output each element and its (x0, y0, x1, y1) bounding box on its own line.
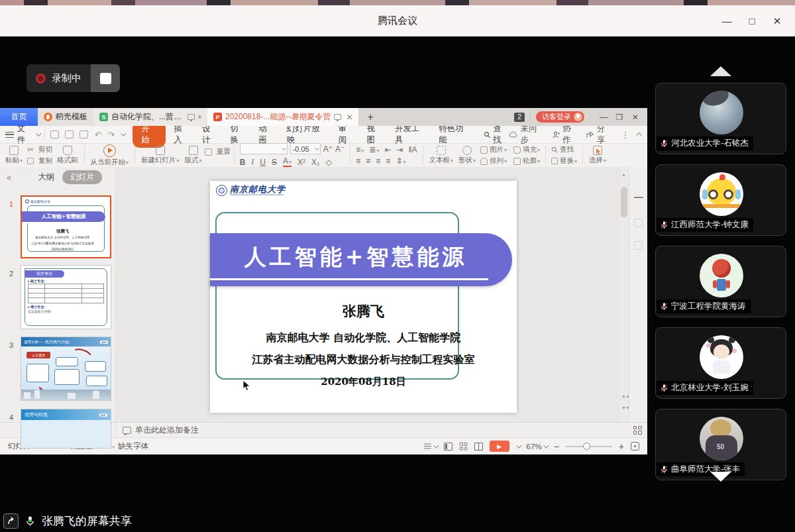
replace-button[interactable]: 替换 (551, 156, 577, 166)
reset-button[interactable]: 重置 (205, 147, 231, 156)
wps-close-icon[interactable]: ✕ (627, 113, 643, 122)
line-spacing-icon[interactable]: ⇕ (396, 156, 405, 166)
strikethrough-icon[interactable]: S (272, 158, 277, 167)
clear-format-icon[interactable]: ◇ (326, 158, 332, 167)
textbox-button[interactable]: 文本框 (427, 146, 456, 165)
tab-home[interactable]: 首页 (0, 108, 38, 126)
participant-tile[interactable]: 河北农业大学-石铭杰 (655, 83, 786, 154)
tab-close-icon[interactable]: ✕ (344, 113, 352, 122)
zoom-slider[interactable] (566, 446, 612, 447)
shapes-button[interactable]: 形状 (456, 146, 478, 165)
chevron-down-icon[interactable] (121, 131, 126, 136)
scroll-up-icon[interactable]: ▲ (621, 172, 626, 177)
notes-toggle-icon[interactable] (423, 443, 437, 449)
participant-tile[interactable]: 宁波工程学院黄海涛 (655, 246, 786, 317)
slide-thumbnail-1[interactable]: 南京邮电大学 人工智能+智慧能源 张腾飞 南京邮电大学 自动化学院、人工智能学院… (21, 195, 111, 258)
wps-restore-icon[interactable]: ❒ (611, 113, 627, 122)
minimize-icon[interactable]: — (714, 15, 739, 27)
scroll-participants-down-icon[interactable] (710, 472, 731, 482)
tab-docer[interactable]: 稻壳模板 (38, 108, 93, 126)
print-icon[interactable] (65, 131, 74, 138)
find-menu[interactable]: 查找 (484, 123, 509, 146)
format-painter-button[interactable]: 格式刷 (54, 146, 81, 165)
reading-view-icon[interactable] (474, 443, 483, 451)
collapse-ribbon-icon[interactable] (637, 133, 642, 138)
slide-thumbnail-2[interactable]: 招生专业 ▸ 硕士专业: ▸ 博士专业: 信息获取与控制 (21, 265, 111, 329)
outdent-icon[interactable]: ⇤ (384, 145, 391, 154)
new-tab-button[interactable]: + (358, 108, 382, 126)
participant-tile[interactable]: 北京林业大学-刘玉婉 (655, 327, 786, 399)
tab-review[interactable]: 审阅 (339, 123, 354, 146)
indent-icon[interactable]: ⇥ (396, 145, 403, 154)
tab-spreadsheet-doc[interactable]: S 自动化学院、...营会议安排表 (93, 108, 207, 126)
chevron-down-icon[interactable] (516, 443, 521, 448)
italic-icon[interactable]: I (251, 157, 254, 167)
tab-features[interactable]: 特色功能 (439, 123, 470, 146)
collaborate-button[interactable]: 协作 (553, 123, 578, 146)
slides-tab[interactable]: 幻灯片 (62, 170, 102, 184)
align-right-icon[interactable]: ≡ (376, 156, 380, 166)
layout-button[interactable]: 版式 (182, 146, 205, 165)
editor-scrollbar[interactable]: ▲ ▲▲ ▼▼ (620, 167, 628, 422)
missing-font-warning[interactable]: T₊ 缺失字体 (107, 441, 148, 451)
file-menu[interactable]: 文件 (17, 123, 33, 146)
fit-slide-icon[interactable] (631, 442, 639, 451)
font-color-icon[interactable]: A (283, 156, 292, 168)
superscript-icon[interactable]: X² (297, 158, 305, 167)
tab-slideshow[interactable]: 幻灯片放映 (287, 123, 326, 146)
new-slide-button[interactable]: 新建幻灯片 (138, 146, 182, 165)
slide-canvas[interactable]: 南京邮电大学 Nanjing University of Posts and T… (210, 181, 517, 413)
menu-hamburger-icon[interactable] (5, 132, 14, 138)
decrease-font-icon[interactable]: A⁻ (335, 144, 344, 154)
justify-icon[interactable]: ≡ (386, 156, 390, 166)
increase-font-icon[interactable]: A⁺ (323, 144, 333, 154)
wps-minimize-icon[interactable]: — (596, 113, 611, 122)
font-name-combo[interactable] (240, 143, 288, 154)
play-from-current-button[interactable]: 从当前开始 (88, 144, 132, 167)
slide-thumbnail-4[interactable]: 优势与特色 南邮 (21, 409, 111, 449)
tab-view[interactable]: 视图 (366, 123, 382, 146)
stop-recording-button[interactable] (91, 64, 120, 92)
zoom-out-icon[interactable]: − (554, 441, 559, 452)
outline-tab[interactable]: 大纲 (38, 172, 54, 183)
tool-icon[interactable] (634, 241, 643, 250)
participant-tile[interactable]: 50 曲阜师范大学-张丰 (655, 409, 786, 480)
undo-icon[interactable]: ↶ (94, 130, 101, 140)
more-options-icon[interactable]: ⋮ (621, 130, 629, 140)
scroll-participants-up-icon[interactable] (710, 66, 731, 76)
arrange-button[interactable]: 排列 (480, 156, 507, 166)
bullet-list-icon[interactable]: ≡ (356, 145, 364, 154)
scrollbar-thumb[interactable] (621, 187, 627, 217)
picture-button[interactable]: 图片 (480, 145, 507, 154)
zoom-level[interactable]: 67% (527, 443, 547, 451)
copy-button[interactable]: 复制 (27, 156, 52, 166)
tab-devtools[interactable]: 开发工具 (395, 123, 426, 146)
save-icon[interactable] (50, 131, 59, 138)
guest-login-button[interactable]: 访客登录 (536, 111, 584, 123)
underline-icon[interactable]: U (260, 158, 266, 167)
notes-placeholder-area[interactable]: 单击此处添加备注 (116, 423, 627, 437)
slideshow-play-button[interactable]: ▶ (490, 441, 509, 452)
numbered-list-icon[interactable]: ≣ (369, 145, 379, 154)
slide-sorter-icon[interactable] (459, 443, 467, 451)
paste-button[interactable]: 粘贴 (3, 146, 25, 165)
zoom-slider-knob[interactable] (583, 443, 590, 450)
normal-view-icon[interactable] (444, 443, 452, 451)
select-button[interactable]: 选择 (586, 146, 609, 165)
font-size-combo[interactable]: -0.05 (290, 143, 321, 154)
collapse-panel-button[interactable]: « (7, 172, 11, 182)
sync-status[interactable]: 未同步 (509, 123, 544, 146)
slide-thumbnail-3[interactable]: 需求分析—...电力(电气工程) 南邮 人才需求 (21, 337, 111, 401)
participant-tile[interactable]: 江西师范大学-钟文康 (655, 164, 786, 236)
maximize-icon[interactable]: □ (739, 15, 765, 27)
share-button[interactable]: 分享 (586, 123, 612, 146)
close-icon[interactable]: ✕ (765, 15, 790, 27)
zoom-in-icon[interactable]: + (619, 441, 624, 452)
text-direction-icon[interactable]: ‖A (409, 145, 417, 154)
preview-icon[interactable] (80, 131, 88, 138)
tab-animation[interactable]: 动画 (258, 123, 274, 146)
tab-insert[interactable]: 插入 (174, 123, 189, 146)
bold-icon[interactable]: B (240, 158, 246, 167)
tab-design[interactable]: 设计 (202, 123, 218, 146)
outline-button[interactable]: 轮廓 (513, 156, 540, 166)
